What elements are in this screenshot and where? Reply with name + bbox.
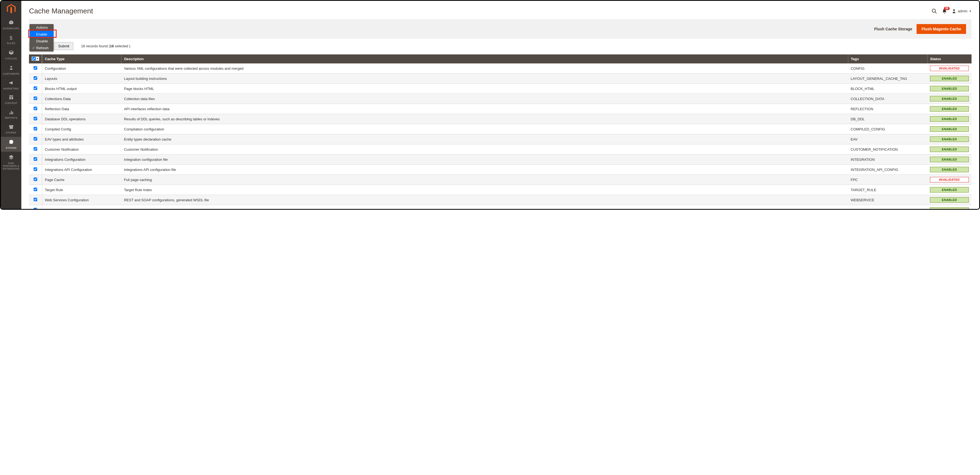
- status-badge: ENABLED: [930, 197, 969, 202]
- nav-label: STORES: [6, 132, 16, 134]
- status-badge: ENABLED: [930, 157, 969, 162]
- table-row[interactable]: TranslationsTranslation filesTRANSLATEEN…: [29, 205, 972, 209]
- cell-tags: WEBSERVICE: [848, 195, 927, 205]
- magento-logo[interactable]: [1, 1, 21, 17]
- table-row[interactable]: ConfigurationVarious XML configurations …: [29, 64, 972, 73]
- nav-sales[interactable]: $ SALES: [1, 32, 21, 47]
- table-row[interactable]: LayoutsLayout building instructionsLAYOU…: [29, 73, 972, 84]
- row-checkbox[interactable]: [33, 86, 37, 90]
- submit-button[interactable]: Submit: [54, 42, 73, 50]
- row-checkbox[interactable]: [33, 198, 37, 201]
- table-row[interactable]: Database DDL operationsResults of DDL qu…: [29, 114, 972, 124]
- nav-label: CUSTOMERS: [3, 73, 19, 75]
- cell-tags: CUSTOMER_NOTIFICATION: [848, 144, 927, 155]
- status-badge: ENABLED: [930, 76, 969, 81]
- flush-magento-cache-button[interactable]: Flush Magento Cache: [916, 24, 966, 34]
- layout-icon: [9, 95, 13, 101]
- status-badge: ENABLED: [930, 86, 969, 91]
- cell-tags: EAV: [848, 134, 927, 144]
- header-tools: 38 admin ▼: [932, 8, 972, 14]
- page-actions-toolbar: Flush Cache Storage Flush Magento Cache: [29, 19, 972, 39]
- header-select-all[interactable]: ▼: [29, 54, 42, 64]
- nav-marketing[interactable]: MARKETING: [1, 78, 21, 93]
- header-description[interactable]: Description: [121, 54, 848, 64]
- main-content: Cache Management 38 admin ▼ Flush Cache …: [21, 1, 979, 209]
- action-option-disable[interactable]: Disable: [30, 38, 54, 45]
- cell-description: Results of DDL queries, such as describi…: [121, 114, 848, 124]
- row-checkbox[interactable]: [33, 167, 37, 171]
- cell-tags: DB_DDL: [848, 114, 927, 124]
- row-checkbox[interactable]: [33, 157, 37, 161]
- row-checkbox[interactable]: [33, 117, 37, 120]
- table-row[interactable]: Blocks HTML outputPage blocks HTMLBLOCK_…: [29, 84, 972, 94]
- row-checkbox[interactable]: [33, 188, 37, 191]
- table-row[interactable]: Page CacheFull page cachingFPCINVALIDATE…: [29, 175, 972, 185]
- nav-label: MARKETING: [3, 88, 19, 90]
- partners-icon: [9, 155, 14, 161]
- table-row[interactable]: Compiled ConfigCompilation configuration…: [29, 124, 972, 134]
- nav-dashboard[interactable]: DASHBOARD: [1, 17, 21, 32]
- header-cache-type[interactable]: Cache Type: [42, 54, 121, 64]
- row-checkbox[interactable]: [33, 127, 37, 131]
- row-checkbox[interactable]: [33, 208, 37, 209]
- cell-status: ENABLED: [927, 205, 972, 209]
- cell-description: Compilation configuration: [121, 124, 848, 134]
- admin-account-dropdown[interactable]: admin ▼: [952, 9, 972, 14]
- header-status[interactable]: Status: [927, 54, 972, 64]
- cell-cache-type: Database DDL operations: [42, 114, 121, 124]
- action-option-enable[interactable]: Enable: [30, 31, 54, 38]
- nav-catalog[interactable]: CATALOG: [1, 47, 21, 63]
- table-row[interactable]: Web Services ConfigurationREST and SOAP …: [29, 195, 972, 205]
- action-option-refresh[interactable]: ✓Refresh: [30, 45, 54, 51]
- status-badge: ENABLED: [930, 187, 969, 193]
- nav-content[interactable]: CONTENT: [1, 92, 21, 107]
- caret-down-icon: ▼: [37, 57, 38, 60]
- admin-sidebar: DASHBOARD $ SALES CATALOG CUSTOMERS MARK…: [1, 1, 21, 209]
- cell-cache-type: Web Services Configuration: [42, 195, 121, 205]
- nav-reports[interactable]: REPORTS: [1, 107, 21, 122]
- row-checkbox[interactable]: [33, 76, 37, 80]
- cell-tags: CONFIG: [848, 64, 927, 73]
- cell-description: Full page caching: [121, 175, 848, 185]
- status-badge: INVALIDATED: [930, 65, 969, 71]
- status-badge: ENABLED: [930, 96, 969, 102]
- table-row[interactable]: Target RuleTarget Rule IndexTARGET_RULEE…: [29, 185, 972, 195]
- bar-chart-icon: [9, 110, 13, 116]
- table-row[interactable]: Reflection DataAPI interfaces reflection…: [29, 104, 972, 114]
- cell-status: INVALIDATED: [927, 64, 972, 73]
- nav-customers[interactable]: CUSTOMERS: [1, 63, 21, 78]
- header-tags[interactable]: Tags: [848, 54, 927, 64]
- status-badge: ENABLED: [930, 126, 969, 132]
- row-checkbox[interactable]: [33, 147, 37, 151]
- search-button[interactable]: [932, 8, 937, 14]
- cell-tags: TARGET_RULE: [848, 185, 927, 195]
- row-checkbox[interactable]: [33, 107, 37, 110]
- row-checkbox[interactable]: [33, 66, 37, 70]
- cell-cache-type: Compiled Config: [42, 124, 121, 134]
- cell-status: ENABLED: [927, 144, 972, 155]
- box-icon: [9, 50, 14, 56]
- select-all-checkbox[interactable]: [32, 57, 36, 61]
- cell-cache-type: Blocks HTML output: [42, 84, 121, 94]
- table-row[interactable]: Collections DataCollection data filesCOL…: [29, 94, 972, 104]
- cell-tags: LAYOUT_GENERAL_CACHE_TAG: [848, 73, 927, 84]
- cell-tags: COMPILED_CONFIG: [848, 124, 927, 134]
- grid-actions-row: Actions Enable Disable ✓Refresh Submit 1…: [29, 42, 972, 50]
- gear-icon: [9, 139, 14, 146]
- flush-cache-storage-button[interactable]: Flush Cache Storage: [874, 27, 912, 31]
- nav-label: SALES: [7, 42, 15, 45]
- table-row[interactable]: Integrations API ConfigurationIntegratio…: [29, 165, 972, 175]
- nav-label: CATALOG: [5, 57, 17, 60]
- notifications-button[interactable]: 38: [942, 8, 947, 14]
- table-row[interactable]: EAV types and attributesEntity types dec…: [29, 134, 972, 144]
- nav-system[interactable]: SYSTEM: [1, 137, 21, 152]
- nav-find-partners[interactable]: FIND PARTNERS & EXTENSIONS: [1, 152, 21, 173]
- cell-description: Integrations API configuration file: [121, 165, 848, 175]
- actions-menu-label: Actions: [30, 24, 54, 31]
- row-checkbox[interactable]: [33, 177, 37, 181]
- row-checkbox[interactable]: [33, 137, 37, 140]
- nav-stores[interactable]: STORES: [1, 122, 21, 137]
- table-row[interactable]: Customer NotificationCustomer Notificati…: [29, 144, 972, 155]
- row-checkbox[interactable]: [33, 97, 37, 100]
- table-row[interactable]: Integrations ConfigurationIntegration co…: [29, 155, 972, 165]
